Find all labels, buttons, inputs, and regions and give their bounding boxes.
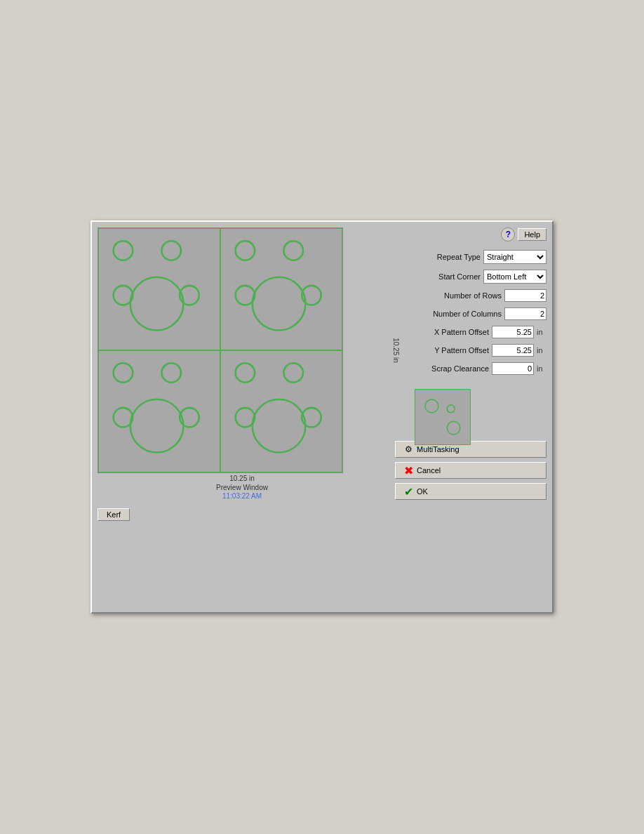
svg-point-11 (161, 363, 181, 383)
help-row: ? Help (395, 227, 546, 241)
preview-window-label: Preview Window (98, 484, 387, 491)
ok-icon: ✔ (403, 486, 414, 497)
small-preview-box (415, 389, 471, 445)
y-offset-unit: in (537, 346, 546, 355)
num-rows-label: Number of Rows (395, 291, 502, 300)
controls-panel: ? Help Repeat Type Straight Staggered St… (392, 227, 546, 500)
multitasking-icon: ⚙ (403, 444, 414, 455)
svg-point-22 (447, 405, 455, 413)
svg-point-19 (253, 399, 306, 453)
width-dimension-label: 10.25 in (98, 475, 387, 482)
ok-button[interactable]: ✔ OK (395, 483, 546, 500)
x-offset-label: X Pattern Offset (395, 328, 489, 336)
svg-point-9 (253, 277, 306, 331)
svg-point-20 (425, 399, 438, 413)
scrap-input[interactable] (492, 362, 534, 375)
help-button[interactable]: Help (518, 228, 546, 241)
main-dialog: 10.25 in 10.25 in Preview Window 11:03:2… (90, 220, 554, 614)
scrap-unit: in (537, 364, 546, 373)
num-cols-row: Number of Columns (395, 307, 546, 320)
tile-bottom-right (220, 350, 342, 472)
height-dimension-label: 10.25 in (393, 338, 401, 363)
preview-canvas (98, 227, 343, 473)
kerf-button[interactable]: Kerf (98, 508, 130, 521)
svg-point-14 (130, 399, 184, 453)
svg-point-16 (283, 363, 303, 383)
repeat-type-row: Repeat Type Straight Staggered (395, 250, 546, 264)
repeat-type-label: Repeat Type (395, 253, 481, 261)
x-offset-row: X Pattern Offset in (395, 326, 546, 338)
svg-point-6 (283, 241, 303, 260)
multitasking-label: MultiTasking (417, 445, 459, 454)
x-offset-unit: in (537, 328, 546, 336)
svg-point-10 (114, 363, 133, 383)
svg-point-4 (130, 277, 184, 331)
y-offset-input[interactable] (492, 344, 534, 357)
num-rows-row: Number of Rows (395, 289, 546, 302)
y-offset-label: Y Pattern Offset (395, 346, 489, 355)
footer: Kerf (98, 505, 546, 521)
svg-point-0 (114, 241, 133, 260)
time-label: 11:03:22 AM (98, 492, 387, 500)
cancel-label: Cancel (417, 466, 441, 475)
cancel-button[interactable]: ✖ Cancel (395, 462, 546, 479)
tile-bottom-left (98, 350, 220, 472)
start-corner-label: Start Corner (395, 272, 481, 281)
svg-point-15 (236, 363, 255, 383)
tile-top-right (220, 228, 342, 350)
y-offset-row: Y Pattern Offset in (395, 344, 546, 357)
scrap-label: Scrap Clearance (395, 364, 489, 373)
num-rows-input[interactable] (504, 289, 546, 302)
help-icon[interactable]: ? (501, 227, 515, 241)
start-corner-row: Start Corner Bottom Left Bottom Right To… (395, 270, 546, 284)
svg-point-1 (161, 241, 181, 260)
scrap-row: Scrap Clearance in (395, 362, 546, 375)
tile-top-left (98, 228, 220, 350)
svg-point-21 (447, 421, 460, 435)
num-cols-label: Number of Columns (395, 310, 502, 318)
num-cols-input[interactable] (504, 307, 546, 320)
cancel-icon: ✖ (403, 465, 414, 476)
svg-point-5 (236, 241, 255, 260)
preview-area: 10.25 in 10.25 in Preview Window 11:03:2… (98, 227, 387, 500)
start-corner-select[interactable]: Bottom Left Bottom Right Top Left Top Ri… (483, 270, 546, 284)
repeat-type-select[interactable]: Straight Staggered (483, 250, 546, 264)
ok-label: OK (417, 487, 428, 496)
x-offset-input[interactable] (492, 326, 534, 338)
